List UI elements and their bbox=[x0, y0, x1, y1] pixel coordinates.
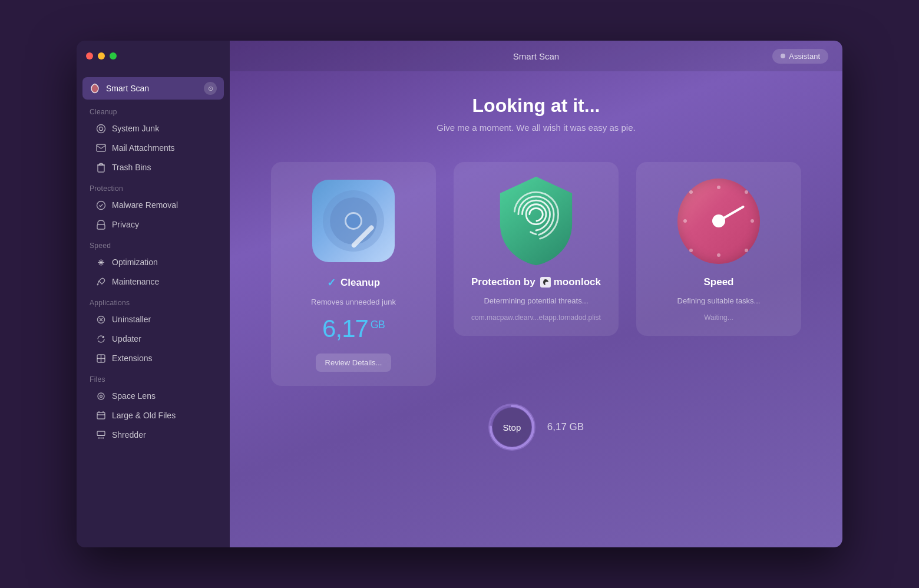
gauge-dot-left bbox=[683, 219, 687, 223]
moonlock-brand: moonlock bbox=[540, 276, 601, 288]
trash-bins-icon bbox=[95, 162, 106, 173]
traffic-yellow[interactable] bbox=[98, 52, 105, 60]
traffic-red[interactable] bbox=[86, 52, 93, 60]
stop-progress-ring bbox=[488, 404, 535, 451]
protection-card-title: Protection by bbox=[471, 276, 535, 288]
trash-bins-label: Trash Bins bbox=[112, 163, 151, 172]
main-header: Smart Scan Assistant bbox=[230, 41, 842, 71]
disk-icon bbox=[312, 180, 395, 262]
optimization-icon bbox=[95, 257, 106, 267]
cleanup-size-unit: GB bbox=[368, 319, 385, 331]
svg-point-4 bbox=[97, 201, 105, 209]
protection-card-title-row: Protection by moonlock bbox=[471, 276, 601, 288]
uninstaller-label: Uninstaller bbox=[112, 315, 151, 324]
cleanup-card-description: Removes unneeded junk bbox=[311, 298, 396, 306]
extensions-icon bbox=[95, 353, 106, 364]
sidebar-item-space-lens[interactable]: Space Lens bbox=[82, 387, 224, 405]
moonlock-text: moonlock bbox=[554, 276, 601, 288]
system-junk-icon bbox=[95, 123, 106, 134]
shield-icon-wrap bbox=[492, 174, 580, 268]
titlebar bbox=[77, 41, 230, 71]
privacy-label: Privacy bbox=[112, 220, 139, 229]
gauge-dot-bottom bbox=[717, 253, 720, 257]
app-window: Smart Scan ⊙ Cleanup System Junk bbox=[77, 41, 842, 547]
sidebar-item-system-junk[interactable]: System Junk bbox=[82, 119, 224, 138]
updater-label: Updater bbox=[112, 334, 141, 343]
page-subheadline: Give me a moment. We all wish it was eas… bbox=[437, 123, 635, 133]
smart-scan-icon bbox=[90, 83, 100, 94]
section-label-speed: Speed bbox=[77, 234, 230, 252]
sidebar-item-smart-scan[interactable]: Smart Scan ⊙ bbox=[82, 77, 224, 100]
sidebar-item-trash-bins[interactable]: Trash Bins bbox=[82, 158, 224, 177]
main-title: Smart Scan bbox=[513, 51, 559, 61]
cleanup-card-title-row: ✓ Cleanup bbox=[327, 276, 380, 289]
section-label-files: Files bbox=[77, 368, 230, 386]
malware-removal-label: Malware Removal bbox=[112, 200, 178, 210]
malware-removal-icon bbox=[95, 200, 106, 210]
protection-card-description: Determining potential threats... bbox=[484, 296, 588, 305]
space-lens-icon bbox=[95, 391, 106, 401]
cleanup-card-title: Cleanup bbox=[341, 277, 380, 289]
large-old-files-icon bbox=[95, 410, 106, 421]
sidebar-item-updater[interactable]: Updater bbox=[82, 329, 224, 348]
svg-point-9 bbox=[100, 395, 102, 397]
cards-row: ✓ Cleanup Removes unneeded junk 6,17 GB … bbox=[247, 162, 825, 386]
review-details-button[interactable]: Review Details... bbox=[316, 354, 392, 372]
speed-card-icon-area bbox=[677, 180, 760, 262]
gauge-dot-topleft bbox=[689, 190, 693, 194]
sidebar-item-uninstaller[interactable]: Uninstaller bbox=[82, 310, 224, 329]
cleanup-size: 6,17 GB bbox=[322, 315, 385, 343]
svg-point-1 bbox=[99, 127, 103, 130]
maintenance-label: Maintenance bbox=[112, 277, 159, 286]
sidebar-item-extensions[interactable]: Extensions bbox=[82, 349, 224, 368]
svg-rect-2 bbox=[97, 144, 105, 151]
uninstaller-icon bbox=[95, 314, 106, 325]
svg-rect-3 bbox=[98, 165, 104, 172]
assistant-label: Assistant bbox=[789, 52, 820, 61]
sidebar-item-mail-attachments[interactable]: Mail Attachments bbox=[82, 138, 224, 157]
speed-card: Speed Defining suitable tasks... Waiting… bbox=[636, 162, 801, 336]
sidebar-item-optimization[interactable]: Optimization bbox=[82, 253, 224, 272]
svg-rect-10 bbox=[97, 412, 105, 419]
sidebar-content: Smart Scan ⊙ Cleanup System Junk bbox=[77, 71, 230, 547]
speed-card-subtext: Waiting... bbox=[704, 313, 733, 322]
cleanup-card: ✓ Cleanup Removes unneeded junk 6,17 GB … bbox=[271, 162, 436, 386]
maintenance-icon bbox=[95, 276, 106, 287]
optimization-label: Optimization bbox=[112, 257, 158, 267]
assistant-button[interactable]: Assistant bbox=[772, 49, 828, 64]
section-label-applications: Applications bbox=[77, 292, 230, 309]
sidebar: Smart Scan ⊙ Cleanup System Junk bbox=[77, 41, 230, 547]
section-label-protection: Protection bbox=[77, 177, 230, 195]
traffic-green[interactable] bbox=[110, 52, 117, 60]
stop-size-text: 6,17 GB bbox=[547, 421, 584, 433]
gauge-dot-bottomleft bbox=[689, 249, 693, 252]
smart-scan-label: Smart Scan bbox=[106, 84, 149, 93]
page-headline: Looking at it... bbox=[472, 95, 600, 117]
assistant-dot bbox=[781, 54, 785, 58]
main-body: Looking at it... Give me a moment. We al… bbox=[230, 71, 842, 547]
protection-card-icon-area bbox=[495, 180, 577, 262]
gauge-dot-right bbox=[751, 219, 754, 223]
shredder-icon bbox=[95, 430, 106, 440]
main-content: Smart Scan Assistant Looking at it... Gi… bbox=[230, 41, 842, 547]
gauge-dot-topright bbox=[745, 190, 748, 194]
mail-attachments-icon bbox=[95, 143, 106, 153]
sidebar-item-malware-removal[interactable]: Malware Removal bbox=[82, 196, 224, 214]
cleanup-card-icon-area bbox=[312, 180, 395, 262]
stop-button-wrap: Stop bbox=[488, 404, 535, 451]
large-old-files-label: Large & Old Files bbox=[112, 411, 176, 420]
svg-point-8 bbox=[98, 393, 104, 399]
sidebar-item-privacy[interactable]: Privacy bbox=[82, 215, 224, 234]
updater-icon bbox=[95, 333, 106, 344]
section-label-cleanup: Cleanup bbox=[77, 101, 230, 118]
sidebar-item-shredder[interactable]: Shredder bbox=[82, 425, 224, 444]
sidebar-item-large-old-files[interactable]: Large & Old Files bbox=[82, 406, 224, 425]
sidebar-item-maintenance[interactable]: Maintenance bbox=[82, 272, 224, 291]
disk-inner bbox=[330, 197, 377, 245]
speed-card-title-row: Speed bbox=[703, 276, 733, 288]
gauge-dot-top bbox=[717, 186, 720, 189]
disk-center bbox=[345, 212, 362, 230]
gauge-center-dot bbox=[712, 214, 725, 227]
moonlock-logo-icon bbox=[540, 277, 551, 288]
cleanup-check-icon: ✓ bbox=[327, 276, 336, 289]
